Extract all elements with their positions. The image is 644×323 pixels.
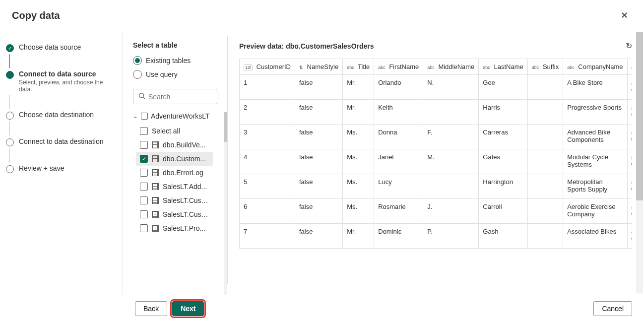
tree-table-label: SalesLT.Cust...: [163, 196, 209, 204]
tree-table-item[interactable]: SalesLT.Cust...: [136, 194, 213, 207]
checkbox-icon[interactable]: [140, 224, 148, 232]
table-icon: [152, 155, 159, 162]
checkbox-icon[interactable]: [140, 183, 148, 191]
table-cell: 4: [240, 149, 295, 174]
table-icon: [152, 183, 159, 190]
tree-database-node[interactable]: ⌄ AdventureWorksLT: [133, 112, 227, 120]
back-button[interactable]: Back: [135, 301, 167, 316]
column-header[interactable]: 12l CustomerID: [240, 59, 295, 75]
table-cell: 2: [240, 100, 295, 125]
column-header[interactable]: abc LastName: [479, 59, 527, 75]
table-cell: 6: [240, 199, 295, 224]
checkbox-icon[interactable]: [140, 196, 148, 204]
table-cell: N.: [423, 75, 479, 100]
next-button[interactable]: Next: [172, 301, 204, 316]
tree-table-label: SalesLT.Cust...: [163, 210, 209, 218]
checkbox-icon[interactable]: [140, 210, 148, 218]
column-header[interactable]: abc SalesPerson: [627, 59, 632, 75]
column-header[interactable]: abc CompanyName: [563, 59, 627, 75]
table-cell: [527, 75, 563, 100]
refresh-icon[interactable]: ↻: [626, 41, 632, 51]
tree-table-label: SalesLT.Add...: [163, 183, 207, 191]
table-cell: [527, 199, 563, 224]
column-header[interactable]: abc FirstName: [374, 59, 423, 75]
connector: [9, 148, 10, 162]
search-input-wrapper[interactable]: [133, 89, 217, 104]
tree-table-item[interactable]: SalesLT.Pro...: [136, 221, 213, 235]
column-header[interactable]: abc Suffix: [527, 59, 563, 75]
table-cell: Gash: [479, 224, 527, 249]
table-icon: [152, 169, 159, 176]
checkbox-icon[interactable]: [140, 169, 148, 177]
table-cell: M.: [423, 149, 479, 174]
nav-step-review[interactable]: Review + save: [6, 164, 117, 173]
table-selector-panel: Select a table Existing tables Use query…: [123, 31, 227, 295]
table-row[interactable]: 3falseMs.DonnaF.CarrerasAdvanced Bike Co…: [240, 125, 632, 149]
nav-step-choose-source[interactable]: ✓ Choose data source: [6, 43, 117, 52]
nav-step-choose-dest[interactable]: Choose data destination: [6, 111, 117, 120]
checkbox-icon[interactable]: [140, 141, 148, 149]
table-cell: Harris: [479, 100, 527, 125]
column-header[interactable]: ⇅ NameStyle: [295, 59, 342, 75]
table-row[interactable]: 6falseMs.RosmarieJ.CarrollAerobic Exerci…: [240, 199, 632, 224]
table-cell: [527, 125, 563, 149]
checkbox-icon[interactable]: [140, 127, 148, 135]
tree-table-label: dbo.BuildVe...: [163, 141, 205, 149]
table-cell: [423, 100, 479, 125]
table-cell: A Bike Store: [563, 75, 627, 100]
scrollbar-thumb[interactable]: [636, 32, 643, 200]
tree-table-label: dbo.Custom...: [163, 155, 206, 163]
table-row[interactable]: 1falseMr.OrlandoN.GeeA Bike Storeadventu…: [240, 75, 632, 100]
table-cell: false: [295, 149, 342, 174]
table-cell: J.: [423, 199, 479, 224]
table-cell: false: [295, 224, 342, 249]
tree-table-item[interactable]: SalesLT.Cust...: [136, 207, 213, 221]
radio-use-query[interactable]: Use query: [133, 70, 227, 79]
table-cell: adventure-works\linda3: [627, 199, 632, 224]
tree-table-item[interactable]: dbo.ErrorLog: [136, 166, 213, 180]
radio-existing-tables[interactable]: Existing tables: [133, 56, 227, 65]
table-icon: [152, 211, 159, 218]
todo-step-icon: [6, 112, 14, 120]
svg-line-1: [143, 97, 145, 99]
tree-table-item[interactable]: ✓dbo.Custom...: [136, 152, 213, 166]
column-header[interactable]: abc Title: [343, 59, 374, 75]
table-cell: Carreras: [479, 125, 527, 149]
table-cell: Mr.: [343, 100, 374, 125]
tree-table-item[interactable]: SalesLT.Add...: [136, 180, 213, 194]
select-table-title: Select a table: [133, 41, 227, 49]
chevron-down-icon: ⌄: [133, 113, 138, 120]
close-icon[interactable]: ✕: [617, 8, 632, 23]
table-row[interactable]: 4falseMs.JanetM.GatesModular Cycle Syste…: [240, 149, 632, 174]
table-cell: Dominic: [374, 224, 423, 249]
page-scrollbar[interactable]: [636, 32, 643, 293]
radio-off-icon: [133, 70, 142, 79]
table-cell: adventure-works\shu0: [627, 174, 632, 199]
table-header-row: 12l CustomerID⇅ NameStyleabc Titleabc Fi…: [240, 59, 632, 75]
table-cell: false: [295, 174, 342, 199]
table-row[interactable]: 2falseMr.KeithHarrisProgressive Sportsad…: [240, 100, 632, 125]
tree-table-item[interactable]: dbo.BuildVe...: [136, 138, 213, 152]
table-cell: 3: [240, 125, 295, 149]
table-cell: Mr.: [343, 224, 374, 249]
nav-step-connect-dest[interactable]: Connect to data destination: [6, 137, 117, 146]
nav-step-connect-source[interactable]: Connect to data source Select, preview, …: [6, 70, 117, 93]
table-row[interactable]: 5falseMs.LucyHarringtonMetropolitan Spor…: [240, 174, 632, 199]
cancel-button[interactable]: Cancel: [593, 301, 632, 316]
table-cell: 7: [240, 224, 295, 249]
table-cell: false: [295, 199, 342, 224]
table-cell: adventure-works\jillian0: [627, 149, 632, 174]
table-cell: Harrington: [479, 174, 527, 199]
table-cell: 5: [240, 174, 295, 199]
table-cell: [527, 100, 563, 125]
table-row[interactable]: 7falseMr.DominicP.GashAssociated Bikesad…: [240, 224, 632, 249]
table-tree: ⌄ AdventureWorksLT Select all dbo.BuildV…: [133, 112, 227, 295]
tree-select-all[interactable]: Select all: [136, 124, 213, 138]
search-input[interactable]: [148, 93, 212, 101]
table-cell: Aerobic Exercise Company: [563, 199, 627, 224]
table-cell: Ms.: [343, 174, 374, 199]
checkbox-icon[interactable]: ✓: [140, 155, 148, 163]
todo-step-icon: [6, 138, 14, 146]
table-cell: [527, 174, 563, 199]
column-header[interactable]: abc MiddleName: [423, 59, 479, 75]
